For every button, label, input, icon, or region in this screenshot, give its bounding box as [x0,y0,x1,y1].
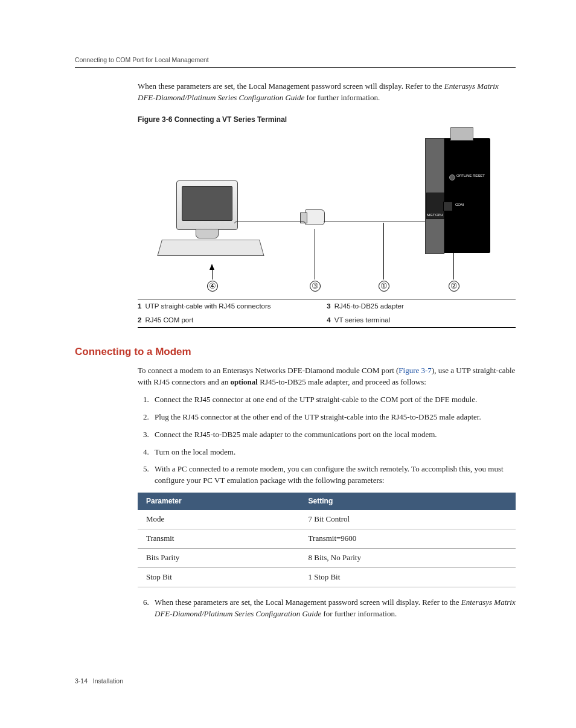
module-mgmt-label: MGT [427,212,435,218]
content-column: When these parameters are set, the Local… [138,81,516,619]
pointer-line-4-icon [212,270,213,279]
pointer-line-2-icon [453,211,454,279]
module-cpu-label: CPU [435,212,443,218]
monitor-icon [176,180,238,230]
section-heading: Connecting to a Modem [75,345,516,360]
cell-setting-0: 7 Bit Control [300,510,516,529]
legend-text-1: UTP straight-cable with RJ45 connectors [145,299,327,313]
step-1: Connect the RJ45 connector at one end of… [151,394,516,406]
intro-text-2: for further information. [304,93,380,102]
callout-3: ③ [310,281,321,292]
step-2: Plug the RJ45 connector at the other end… [151,412,516,423]
cell-setting-2: 8 Bits, No Parity [300,549,516,568]
legend-n-3: 3 [327,299,334,313]
callout-2: ② [449,281,459,292]
callout-4: ④ [207,281,218,292]
module-com-port-icon [443,202,453,211]
module-chassis-icon [437,138,490,253]
steps-list: Connect the RJ45 connector at one end of… [138,394,516,487]
cell-setting-1: Transmit=9600 [300,529,516,549]
steps-list-cont: When these parameters are set, the Local… [138,597,516,620]
table-row: Mode 7 Bit Control [138,510,516,529]
legend-text-2: RJ45 COM port [145,313,327,327]
figure-3-6: OFFLINE RESET COM MGT CPU ④ ③ ① ② [138,132,516,295]
page-number: 3-14 [75,677,88,685]
step-5: With a PC connected to a remote modem, y… [151,464,516,487]
module-tab-icon [450,127,473,141]
vt-terminal-icon [162,180,264,259]
legend-n-2: 2 [138,313,145,327]
db25-adapter-icon [306,209,325,225]
section-intro-pre: To connect a modem to an Enterasys Netwo… [138,366,398,375]
cell-param-2: Bits Parity [138,549,300,568]
table-row: Stop Bit 1 Stop Bit [138,567,516,587]
intro-text-1: When these parameters are set, the Local… [138,81,444,91]
step-3: Connect the RJ45-to-DB25 male adapter to… [151,429,516,441]
step-6: When these parameters are set, the Local… [151,597,516,620]
pointer-arrow-4-icon [210,264,214,270]
table-header-row: Parameter Setting [138,493,516,510]
keyboard-icon [157,240,264,256]
legend-text-4: VT series terminal [334,313,516,327]
intro-paragraph: When these parameters are set, the Local… [138,81,516,104]
monitor-stand-icon [196,229,219,238]
legend-text-3: RJ45-to-DB25 adapter [334,299,516,313]
section-intro-bold: optional [230,377,258,386]
cell-param-1: Transmit [138,529,300,549]
section-intro-post: RJ45-to-DB25 male adapter, and proceed a… [258,377,426,386]
figure-caption: Figure 3-6 Connecting a VT Series Termin… [138,115,516,125]
dfe-module-icon: OFFLINE RESET COM MGT CPU [425,132,491,259]
running-header: Connecting to COM Port for Local Managem… [75,56,516,68]
step-6-post: for further information. [321,609,397,618]
module-com-label: COM [455,202,464,208]
module-reset-label: OFFLINE RESET [456,173,485,179]
th-parameter: Parameter [138,493,300,510]
cell-setting-3: 1 Stop Bit [300,567,516,587]
legend-n-4: 4 [327,313,334,327]
pointer-line-3-icon [315,229,315,279]
table-row: Bits Parity 8 Bits, No Parity [138,549,516,568]
step-4: Turn on the local modem. [151,447,516,458]
page: Connecting to COM Port for Local Managem… [0,0,576,728]
cable-segment-1-icon [234,222,306,240]
th-setting: Setting [300,493,516,510]
legend-n-1: 1 [138,299,145,313]
cell-param-3: Stop Bit [138,567,300,587]
cell-param-0: Mode [138,510,300,529]
chapter-name: Installation [93,677,123,685]
section-intro: To connect a modem to an Enterasys Netwo… [138,365,516,388]
figure-link[interactable]: Figure 3-7 [398,366,432,375]
figure-legend: 1 UTP straight-cable with RJ45 connector… [138,299,516,327]
pointer-line-1-icon [383,223,384,279]
callout-1: ① [379,281,389,292]
parameter-table: Parameter Setting Mode 7 Bit Control Tra… [138,493,516,587]
page-footer: 3-14 Installation [75,677,123,686]
table-row: Transmit Transmit=9600 [138,529,516,549]
step-6-pre: When these parameters are set, the Local… [155,598,461,607]
